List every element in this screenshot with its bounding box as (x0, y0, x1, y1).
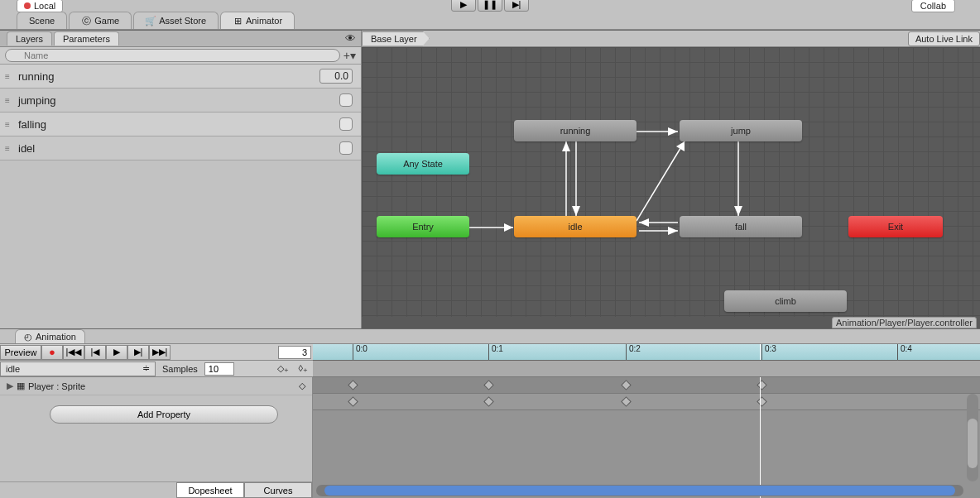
playhead[interactable] (760, 344, 761, 360)
pause-button[interactable]: ❚❚ (478, 0, 502, 12)
layers-tab-label: Layers (16, 34, 43, 44)
param-row-falling[interactable]: ≡ falling (0, 113, 361, 136)
record-button[interactable]: ● (41, 345, 63, 360)
sprite-icon: ▦ (17, 381, 25, 391)
state-climb[interactable]: climb (724, 290, 847, 312)
param-checkbox[interactable] (339, 93, 353, 107)
auto-live-link-button[interactable]: Auto Live Link (908, 31, 980, 46)
keyframe[interactable] (757, 396, 767, 407)
time-ruler[interactable]: 0:0 0:1 0:2 0:3 0:4 (313, 344, 980, 361)
horizontal-scrollbar[interactable] (316, 485, 963, 496)
tab-animation[interactable]: ◴Animation (15, 329, 85, 343)
dopesheet-button[interactable]: Dopesheet (176, 482, 244, 498)
vertical-scrollbar[interactable] (967, 394, 978, 481)
game-icon: ⓒ (81, 16, 91, 26)
collab-button[interactable]: Collab (911, 0, 955, 12)
tab-game[interactable]: ⓒGame (69, 12, 132, 29)
time-tick: 0:2 (626, 344, 641, 360)
animator-icon: ⊞ (233, 16, 243, 26)
collab-label: Collab (920, 1, 946, 11)
drag-handle-icon[interactable]: ≡ (5, 144, 18, 153)
parameters-tab[interactable]: Parameters (54, 31, 119, 45)
state-any-state[interactable]: Any State (377, 153, 469, 175)
scrollbar-thumb[interactable] (968, 419, 978, 468)
keyframe[interactable] (621, 396, 632, 407)
dopesheet-label: Dopesheet (188, 486, 232, 496)
last-frame-button[interactable]: ▶▶| (149, 345, 171, 360)
state-entry[interactable]: Entry (377, 216, 469, 237)
play-icon: ▶ (113, 347, 120, 357)
summary-track[interactable] (313, 377, 980, 394)
svg-marker-9 (734, 206, 742, 216)
property-track[interactable] (313, 394, 980, 410)
param-checkbox[interactable] (339, 141, 353, 155)
keyframe[interactable] (483, 396, 494, 407)
playhead[interactable] (760, 377, 761, 498)
keyframe[interactable] (621, 380, 632, 390)
tab-asset-store[interactable]: 🛒Asset Store (133, 12, 219, 29)
tab-scene-label: Scene (29, 16, 55, 26)
state-label: Entry (412, 222, 434, 232)
state-running[interactable]: running (514, 120, 637, 141)
keyframe[interactable] (757, 380, 767, 390)
tab-animator[interactable]: ⊞Animator (220, 12, 295, 29)
graph-canvas[interactable]: Any State Entry running jump idle fall E… (362, 47, 980, 317)
first-frame-icon: |◀◀ (66, 347, 82, 357)
clip-select[interactable]: idle≑ (0, 362, 156, 376)
add-keyframe-button[interactable]: ◇₊ (272, 363, 294, 374)
keyframe-indicator-icon: ◇ (299, 381, 305, 391)
step-button[interactable]: ▶| (504, 0, 529, 12)
param-value-field[interactable]: 0.0 (319, 69, 353, 84)
property-row[interactable]: ▶ ▦ Player : Sprite ◇ (0, 377, 312, 395)
frame-field[interactable] (278, 346, 311, 359)
param-row-running[interactable]: ≡ running 0.0 (0, 65, 361, 89)
next-frame-button[interactable]: ▶| (127, 345, 149, 360)
asset-path: Animation/Player/Player.controller (832, 317, 977, 328)
state-label: climb (775, 296, 796, 306)
add-event-button[interactable]: ◊₊ (294, 363, 313, 374)
curves-button[interactable]: Curves (244, 482, 312, 498)
local-button[interactable]: Local (17, 0, 63, 12)
state-label: running (560, 126, 591, 136)
svg-line-12 (637, 141, 685, 221)
breadcrumb[interactable]: Base Layer (362, 31, 430, 46)
state-idle[interactable]: idle (514, 216, 637, 237)
play-anim-button[interactable]: ▶ (106, 345, 127, 360)
param-row-idel[interactable]: ≡ idel (0, 136, 361, 160)
samples-field[interactable] (204, 362, 234, 376)
keyframe[interactable] (348, 380, 358, 390)
keyframe[interactable] (348, 396, 358, 407)
time-tick: 0:3 (761, 344, 776, 360)
eye-icon[interactable]: 👁 (345, 32, 356, 45)
drag-handle-icon[interactable]: ≡ (5, 120, 18, 129)
add-param-button[interactable]: +▾ (343, 49, 356, 62)
expand-icon[interactable]: ▶ (7, 381, 13, 391)
svg-marker-5 (562, 141, 570, 151)
preview-button[interactable]: Preview (0, 345, 41, 360)
add-property-button[interactable]: Add Property (50, 405, 278, 424)
clip-name: idle (6, 364, 20, 374)
drag-handle-icon[interactable]: ≡ (5, 96, 18, 105)
state-fall[interactable]: fall (680, 216, 802, 237)
param-row-jumping[interactable]: ≡ jumping (0, 89, 361, 113)
time-tick: 0:1 (488, 344, 503, 360)
state-label: fall (735, 222, 747, 232)
timeline[interactable] (313, 377, 980, 498)
prev-frame-button[interactable]: |◀ (84, 345, 106, 360)
event-track[interactable] (313, 361, 980, 377)
clock-icon: ◴ (24, 332, 32, 342)
layers-tab[interactable]: Layers (7, 31, 52, 45)
param-checkbox[interactable] (339, 117, 353, 131)
breadcrumb-label: Base Layer (371, 34, 417, 44)
tab-scene[interactable]: Scene (17, 12, 67, 29)
play-button[interactable]: ▶ (451, 0, 476, 12)
scrollbar-thumb[interactable] (324, 486, 955, 496)
keyframe[interactable] (483, 380, 494, 390)
first-frame-button[interactable]: |◀◀ (63, 345, 84, 360)
dropdown-icon: ≑ (142, 363, 150, 374)
state-jump[interactable]: jump (680, 120, 802, 141)
drag-handle-icon[interactable]: ≡ (5, 72, 18, 81)
param-search-input[interactable] (5, 49, 340, 62)
parameters-panel: Layers Parameters 👁 +▾ ≡ running 0.0 ≡ j… (0, 31, 362, 328)
state-exit[interactable]: Exit (848, 216, 943, 237)
